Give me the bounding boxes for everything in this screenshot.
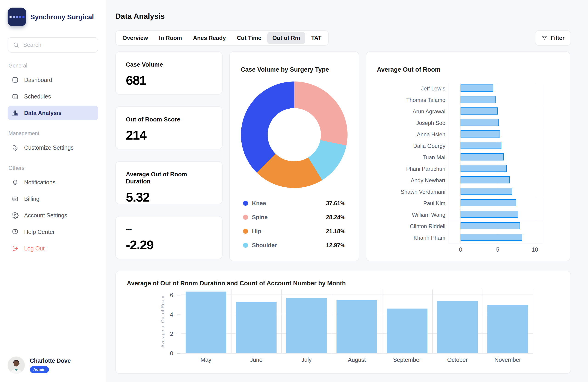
search-box[interactable] bbox=[8, 37, 98, 53]
gridline bbox=[449, 243, 543, 244]
sidebar-item-schedules[interactable]: Schedules bbox=[8, 89, 98, 104]
kpi-card: Out of Room Score214 bbox=[115, 106, 223, 149]
gridline bbox=[281, 289, 282, 353]
legend-dot bbox=[243, 243, 248, 248]
tab-anes-ready[interactable]: Anes Ready bbox=[188, 32, 231, 44]
sidebar-item-log-out[interactable]: Log Out bbox=[8, 241, 98, 256]
sidebar-item-label: Help Center bbox=[24, 229, 55, 235]
bar-tuan-mai bbox=[461, 153, 504, 161]
sidebar-item-dashboard[interactable]: Dashboard bbox=[8, 73, 98, 87]
donut-hole bbox=[268, 108, 321, 161]
sidebar-item-label: Schedules bbox=[24, 93, 51, 100]
hbar-category-label: Shawn Verdamani bbox=[377, 186, 449, 198]
sidebar: Synchrony Surgical GeneralDashboardSched… bbox=[0, 0, 106, 382]
gridline bbox=[449, 175, 543, 175]
legend-row: Shoulder12.97% bbox=[243, 241, 345, 250]
vbar-y-axis-label: Average of Out of Room bbox=[160, 296, 165, 348]
hbar-category-label: Arun Agrawal bbox=[377, 106, 449, 117]
sidebar-item-label: Notifications bbox=[24, 179, 55, 186]
gridline bbox=[449, 106, 543, 106]
credit-card-icon bbox=[12, 195, 19, 202]
hbar-category-labels: Jeff LewisThomas TalamoArun AgrawalJosep… bbox=[377, 83, 449, 243]
hbar-chart-title: Average Out of Room bbox=[377, 66, 570, 73]
gear-icon bbox=[12, 212, 19, 219]
hbar-category-label: Phani Paruchuri bbox=[377, 163, 449, 175]
legend-label: Spine bbox=[252, 214, 268, 221]
x-tick-label: 0 bbox=[459, 246, 462, 253]
hbar-category-label: William Wang bbox=[377, 209, 449, 221]
gridline bbox=[449, 198, 543, 198]
x-tick-label: 10 bbox=[532, 246, 538, 253]
gridline bbox=[449, 221, 543, 221]
logout-icon bbox=[12, 245, 19, 252]
page-title: Data Analysis bbox=[115, 12, 571, 21]
nav-section: OthersNotificationsBillingAccount Settin… bbox=[8, 165, 98, 256]
vbar-chart-title: Average of Out of Room Duration and Coun… bbox=[127, 280, 346, 287]
sidebar-item-notifications[interactable]: Notifications bbox=[8, 175, 98, 190]
tab-tat[interactable]: TAT bbox=[306, 32, 327, 44]
sidebar-item-customize-settings[interactable]: Customize Settings bbox=[8, 140, 98, 155]
legend-dot bbox=[243, 201, 248, 206]
gridline bbox=[332, 289, 332, 353]
gridline bbox=[498, 83, 498, 243]
user-profile[interactable]: Charlotte Dove Admin bbox=[8, 357, 98, 374]
bar-andy-newhart bbox=[461, 176, 509, 183]
gridline bbox=[449, 83, 449, 243]
gridline bbox=[382, 289, 382, 353]
kpi-card: Average Out of Room Duration5.32 bbox=[115, 161, 223, 204]
search-icon bbox=[13, 41, 20, 48]
gridline bbox=[432, 289, 433, 353]
x-tick-label: October bbox=[432, 357, 483, 363]
sidebar-item-data-analysis[interactable]: Data Analysis bbox=[8, 106, 98, 120]
tab-cut-time[interactable]: Cut Time bbox=[232, 32, 266, 44]
hbar-category-label: Andy Newhart bbox=[377, 175, 449, 186]
gridline bbox=[449, 129, 543, 129]
kpi-label: Case Volume bbox=[126, 61, 212, 68]
app-logo-icon bbox=[8, 8, 26, 26]
y-tick-mark bbox=[177, 295, 181, 296]
tab-in-room[interactable]: In Room bbox=[154, 32, 187, 44]
nav-section: GeneralDashboardSchedulesData Analysis bbox=[8, 63, 98, 120]
sidebar-item-label: Account Settings bbox=[24, 212, 67, 219]
nav-section-header: Others bbox=[8, 165, 98, 171]
legend-row: Hip21.18% bbox=[243, 227, 345, 236]
bar-jeff-lewis bbox=[461, 84, 493, 92]
filter-button[interactable]: Filter bbox=[535, 30, 571, 46]
sidebar-item-label: Log Out bbox=[24, 245, 44, 252]
sidebar-item-label: Dashboard bbox=[24, 77, 52, 83]
kpi-label: Average Out of Room Duration bbox=[126, 171, 212, 185]
palette-icon bbox=[12, 144, 19, 151]
sidebar-item-label: Data Analysis bbox=[24, 110, 62, 116]
sidebar-item-account-settings[interactable]: Account Settings bbox=[8, 208, 98, 223]
kpi-column: Case Volume681Out of Room Score214Averag… bbox=[115, 51, 223, 259]
tab-out-of-rm[interactable]: Out of Rm bbox=[267, 32, 305, 44]
legend-dot bbox=[243, 229, 248, 234]
bar-khanh-pham bbox=[461, 234, 522, 241]
tab-overview[interactable]: Overview bbox=[117, 32, 153, 44]
x-tick-label: August bbox=[332, 357, 382, 363]
hbar-category-label: Tuan Mai bbox=[377, 152, 449, 163]
brand: Synchrony Surgical bbox=[8, 8, 98, 26]
role-badge: Admin bbox=[30, 366, 49, 373]
search-input[interactable] bbox=[23, 41, 93, 48]
x-tick-label: July bbox=[281, 357, 332, 363]
gridline bbox=[181, 295, 533, 295]
y-tick-mark bbox=[177, 315, 181, 315]
help-icon bbox=[12, 228, 19, 235]
sidebar-item-help-center[interactable]: Help Center bbox=[8, 224, 98, 239]
sidebar-item-billing[interactable]: Billing bbox=[8, 191, 98, 206]
legend-label: Shoulder bbox=[252, 242, 277, 249]
kpi-card: Case Volume681 bbox=[115, 51, 223, 95]
bar-shawn-verdamani bbox=[461, 188, 512, 195]
sidebar-item-label: Customize Settings bbox=[24, 144, 74, 151]
bar-july bbox=[286, 298, 327, 353]
x-tick-label: November bbox=[483, 357, 533, 363]
y-tick-label: 6 bbox=[159, 292, 173, 299]
bell-icon bbox=[12, 179, 19, 186]
bar-october bbox=[437, 301, 478, 353]
legend-label: Hip bbox=[252, 228, 261, 235]
calendar-icon bbox=[12, 93, 19, 100]
legend-row: Spine28.24% bbox=[243, 213, 345, 222]
nav-section: ManagementCustomize Settings bbox=[8, 130, 98, 155]
hbar-category-label: Jeff Lewis bbox=[377, 83, 449, 94]
